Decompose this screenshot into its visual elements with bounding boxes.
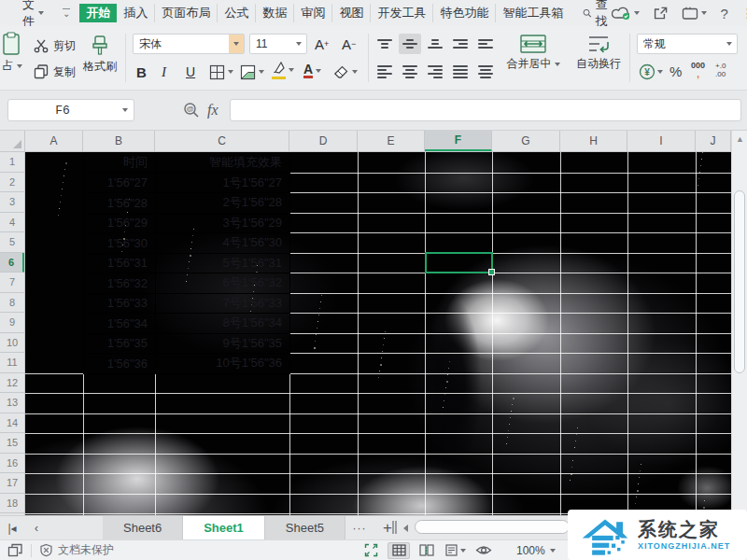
switch-windows-button[interactable]: [7, 543, 23, 557]
ribbon-tab-开发工具[interactable]: 开发工具: [371, 4, 433, 22]
normal-view-button[interactable]: [388, 542, 410, 559]
format-painter-button[interactable]: 格式刷: [78, 33, 121, 75]
tab-split-handle[interactable]: [392, 521, 397, 534]
table-cell[interactable]: 1'56"35: [84, 334, 156, 355]
column-header-I[interactable]: I: [627, 131, 696, 151]
ribbon-tab-智能工具箱[interactable]: 智能工具箱: [496, 4, 570, 22]
font-size-dropdown[interactable]: [291, 35, 306, 53]
sheet-grid-area[interactable]: 时间智能填充效果1'56"271号1'56"271'56"282号1'56"28…: [25, 152, 731, 515]
row-header-4[interactable]: 4: [0, 213, 24, 233]
table-cell[interactable]: 智能填充效果: [156, 153, 290, 174]
fill-handle[interactable]: [488, 269, 495, 275]
paste-button[interactable]: 占: [2, 32, 22, 74]
sheet-tab-Sheet6[interactable]: Sheet6: [103, 516, 183, 539]
table-cell[interactable]: 10号1'56"36: [156, 354, 290, 374]
column-header-B[interactable]: B: [83, 131, 155, 151]
cut-button[interactable]: 剪切: [34, 35, 76, 56]
formula-input[interactable]: [230, 99, 741, 121]
sheet-tab-Sheet5[interactable]: Sheet5: [265, 516, 345, 539]
row-header-11[interactable]: 11: [0, 353, 24, 373]
distribute-button[interactable]: [474, 62, 497, 82]
number-format-dropdown[interactable]: [722, 35, 737, 53]
column-header-D[interactable]: D: [289, 131, 358, 151]
row-header-2[interactable]: 2: [0, 173, 24, 193]
fill-color-button[interactable]: [240, 62, 264, 82]
first-sheet-button[interactable]: |◂: [0, 516, 24, 539]
table-cell[interactable]: 7号1'56"33: [156, 294, 290, 315]
ribbon-tab-数据[interactable]: 数据: [256, 4, 294, 22]
ribbon-tab-视图[interactable]: 视图: [332, 4, 371, 22]
table-cell[interactable]: 1'56"28: [84, 193, 156, 214]
copy-button[interactable]: 复制: [34, 62, 76, 82]
table-cell[interactable]: 5号1'56"31: [156, 254, 290, 274]
increase-indent-button[interactable]: [474, 34, 497, 54]
table-cell[interactable]: 1'56"36: [84, 354, 156, 374]
highlight-color-button[interactable]: [272, 60, 294, 80]
clear-format-button[interactable]: [333, 62, 358, 82]
help-button[interactable]: ?: [720, 6, 727, 21]
scroll-up-icon[interactable]: ▲: [736, 134, 744, 144]
bold-button[interactable]: B: [136, 62, 147, 82]
column-header-F[interactable]: F: [425, 131, 492, 151]
row-header-5[interactable]: 5: [0, 232, 24, 253]
zoom-formula-icon[interactable]: @: [183, 102, 200, 119]
ribbon-tab-页面布局[interactable]: 页面布局: [155, 4, 218, 22]
row-header-16[interactable]: 16: [0, 454, 24, 474]
row-header-15[interactable]: 15: [0, 433, 24, 454]
table-cell[interactable]: 1'56"32: [84, 273, 156, 294]
wrap-text-button[interactable]: 自动换行: [571, 34, 626, 72]
new-tab-button[interactable]: [682, 7, 707, 21]
decrease-font-button[interactable]: A−: [342, 34, 356, 54]
table-cell[interactable]: 1'56"34: [84, 314, 156, 334]
ribbon-tab-特色功能[interactable]: 特色功能: [433, 4, 496, 22]
row-header-3[interactable]: 3: [0, 192, 24, 213]
thousands-format-button[interactable]: 000 ,: [691, 60, 705, 80]
merge-center-button[interactable]: 合并居中: [500, 34, 566, 72]
prev-sheet-button[interactable]: ‹: [24, 516, 49, 539]
table-cell[interactable]: 1'56"31: [84, 254, 156, 274]
more-sheets-button[interactable]: ···: [345, 516, 374, 539]
fit-screen-button[interactable]: [364, 543, 378, 557]
sheet-tab-Sheet1[interactable]: Sheet1: [183, 516, 265, 539]
more-options-button[interactable]: ⋮: [741, 6, 747, 21]
row-header-7[interactable]: 7: [0, 273, 24, 293]
table-cell[interactable]: 6号1'56"32: [156, 273, 290, 294]
column-header-E[interactable]: E: [358, 131, 425, 151]
borders-button[interactable]: [209, 62, 233, 82]
table-cell[interactable]: 1号1'56"27: [156, 174, 290, 194]
underline-button[interactable]: U: [186, 62, 195, 82]
reading-mode-button[interactable]: [475, 544, 492, 556]
percent-format-button[interactable]: %: [669, 61, 682, 81]
decimal-adjust-button[interactable]: +.0 .00: [715, 60, 726, 80]
table-cell[interactable]: 1'56"27: [84, 174, 156, 194]
table-cell[interactable]: 9号1'56"35: [156, 334, 290, 355]
page-layout-view-button[interactable]: [444, 542, 466, 559]
ribbon-tab-公式[interactable]: 公式: [218, 4, 256, 22]
align-middle-button[interactable]: [399, 34, 421, 54]
number-format-combo[interactable]: 常规: [637, 34, 738, 54]
justify-button[interactable]: [449, 62, 472, 82]
row-header-6[interactable]: 6: [0, 253, 24, 273]
column-header-A[interactable]: A: [25, 131, 83, 151]
column-header-C[interactable]: C: [155, 131, 289, 151]
table-cell[interactable]: 1'56"29: [84, 214, 156, 234]
name-box-dropdown[interactable]: [117, 108, 134, 112]
page-break-view-button[interactable]: [416, 542, 438, 559]
ribbon-tab-开始[interactable]: 开始: [79, 4, 117, 22]
table-cell[interactable]: 2号1'56"28: [156, 193, 290, 214]
row-header-1[interactable]: 1: [0, 152, 24, 173]
zoom-dropdown-icon[interactable]: [550, 549, 556, 553]
row-header-10[interactable]: 10: [0, 333, 24, 354]
name-box[interactable]: F6: [7, 99, 134, 121]
increase-font-button[interactable]: A+: [315, 34, 329, 54]
currency-format-button[interactable]: ¥: [639, 62, 663, 82]
column-header-H[interactable]: H: [560, 131, 627, 151]
italic-button[interactable]: I: [162, 62, 166, 82]
ribbon-tab-审阅[interactable]: 审阅: [294, 4, 332, 22]
table-cell[interactable]: 3号1'56"29: [156, 214, 290, 234]
selected-cell-F6[interactable]: [425, 252, 493, 273]
column-header-G[interactable]: G: [492, 131, 560, 151]
align-bottom-button[interactable]: [424, 34, 446, 54]
decrease-indent-button[interactable]: [449, 34, 472, 54]
font-size-combo[interactable]: 11: [249, 34, 307, 54]
